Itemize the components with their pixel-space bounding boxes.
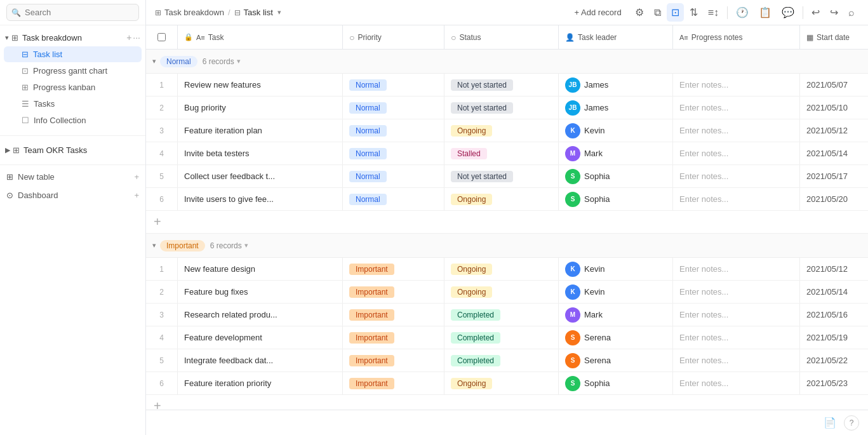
notes-cell[interactable]: Enter notes... xyxy=(673,372,800,394)
select-all-checkbox[interactable] xyxy=(157,33,166,41)
status-cell[interactable]: Completed xyxy=(444,349,559,371)
more-icon[interactable]: ··· xyxy=(133,32,140,43)
status-cell[interactable]: Completed xyxy=(444,304,559,326)
add-icon[interactable]: + xyxy=(126,32,131,43)
breadcrumb-main[interactable]: ⊞ Task breakdown xyxy=(155,8,224,17)
task-cell[interactable]: Research related produ... xyxy=(178,304,343,326)
table-row[interactable]: 1 New feature design Important Ongoing K… xyxy=(146,258,868,281)
notes-cell[interactable]: Enter notes... xyxy=(673,97,800,119)
task-cell[interactable]: Invite beta testers xyxy=(178,142,343,164)
notes-cell[interactable]: Enter notes... xyxy=(673,349,800,371)
leader-cell[interactable]: JB James xyxy=(559,97,673,119)
priority-cell[interactable]: Important xyxy=(343,281,444,303)
add-new-table-icon[interactable]: + xyxy=(134,172,139,182)
reminder-button[interactable]: 🕐 xyxy=(731,3,753,22)
breadcrumb-sub[interactable]: ⊟ Task list ▾ xyxy=(234,8,281,17)
priority-cell[interactable]: Normal xyxy=(343,119,444,142)
leader-cell[interactable]: S Sophia xyxy=(559,165,673,187)
comment-button[interactable]: 📋 xyxy=(754,3,776,22)
row-height-button[interactable]: ≡↕ xyxy=(704,4,723,22)
notes-cell[interactable]: Enter notes... xyxy=(673,74,800,96)
new-table-item[interactable]: ⊞ New table + xyxy=(0,168,145,186)
notes-cell[interactable]: Enter notes... xyxy=(673,304,800,326)
notes-cell[interactable]: Enter notes... xyxy=(673,119,800,142)
leader-cell[interactable]: K Kevin xyxy=(559,119,673,142)
priority-cell[interactable]: Normal xyxy=(343,165,444,187)
leader-cell[interactable]: S Serena xyxy=(559,326,673,349)
status-cell[interactable]: Not yet started xyxy=(444,165,559,187)
task-cell[interactable]: Feature bug fixes xyxy=(178,281,343,303)
table-row[interactable]: 1 Review new features Normal Not yet sta… xyxy=(146,74,868,97)
task-cell[interactable]: Collect user feedback t... xyxy=(178,165,343,187)
notes-cell[interactable]: Enter notes... xyxy=(673,281,800,303)
chevron-down-icon[interactable]: ▾ xyxy=(244,241,248,250)
table-row[interactable]: 4 Feature development Important Complete… xyxy=(146,326,868,349)
doc-button[interactable]: 📄 xyxy=(821,414,839,431)
leader-cell[interactable]: S Serena xyxy=(559,349,673,371)
table-row[interactable]: 3 Research related produ... Important Co… xyxy=(146,304,868,326)
status-cell[interactable]: Ongoing xyxy=(444,119,559,142)
leader-cell[interactable]: K Kevin xyxy=(559,281,673,303)
task-cell[interactable]: Feature development xyxy=(178,326,343,349)
undo-button[interactable]: ↩ xyxy=(807,3,824,22)
task-cell[interactable]: Bug priority xyxy=(178,97,343,119)
table-row[interactable]: 5 Collect user feedback t... Normal Not … xyxy=(146,165,868,188)
notes-cell[interactable]: Enter notes... xyxy=(673,326,800,349)
notes-cell[interactable]: Enter notes... xyxy=(673,142,800,164)
group-toggle-icon[interactable]: ▾ xyxy=(152,241,156,250)
sidebar-item-progress-gantt[interactable]: ⊡ Progress gantt chart xyxy=(4,63,142,79)
priority-cell[interactable]: Important xyxy=(343,258,444,280)
team-okr-group-header[interactable]: ▶ ⊞ Team OKR Tasks xyxy=(0,142,145,158)
redo-button[interactable]: ↪ xyxy=(825,3,843,22)
group-toggle-icon[interactable]: ▾ xyxy=(152,57,156,65)
table-row[interactable]: 4 Invite beta testers Normal Stalled M M… xyxy=(146,142,868,165)
priority-cell[interactable]: Normal xyxy=(343,142,444,164)
add-row-button[interactable]: + xyxy=(146,211,868,234)
sidebar-item-info-collection[interactable]: ☐ Info Collection xyxy=(4,112,142,128)
task-breakdown-group-header[interactable]: ▾ ⊞ Task breakdown + ··· xyxy=(0,29,145,46)
table-row[interactable]: 3 Feature iteration plan Normal Ongoing … xyxy=(146,119,868,142)
task-cell[interactable]: Feature iteration priority xyxy=(178,372,343,394)
leader-cell[interactable]: JB James xyxy=(559,74,673,96)
task-cell[interactable]: Integrate feedback dat... xyxy=(178,349,343,371)
add-row-button[interactable]: + xyxy=(146,395,868,410)
priority-cell[interactable]: Important xyxy=(343,349,444,371)
notes-cell[interactable]: Enter notes... xyxy=(673,188,800,210)
priority-cell[interactable]: Important xyxy=(343,326,444,349)
notes-cell[interactable]: Enter notes... xyxy=(673,258,800,280)
sort-button[interactable]: ⇅ xyxy=(685,3,702,22)
table-row[interactable]: 6 Invite users to give fee... Normal Ong… xyxy=(146,188,868,211)
leader-cell[interactable]: M Mark xyxy=(559,304,673,326)
leader-cell[interactable]: K Kevin xyxy=(559,258,673,280)
task-cell[interactable]: New feature design xyxy=(178,258,343,280)
settings-button[interactable]: ⚙ xyxy=(631,3,648,22)
priority-cell[interactable]: Important xyxy=(343,304,444,326)
search-records-button[interactable]: ⌕ xyxy=(844,4,859,22)
table-row[interactable]: 6 Feature iteration priority Important O… xyxy=(146,372,868,395)
status-cell[interactable]: Not yet started xyxy=(444,74,559,96)
priority-cell[interactable]: Normal xyxy=(343,74,444,96)
task-cell[interactable]: Feature iteration plan xyxy=(178,119,343,142)
leader-cell[interactable]: S Sophia xyxy=(559,188,673,210)
status-cell[interactable]: Ongoing xyxy=(444,372,559,394)
dashboard-item[interactable]: ⊙ Dashboard + xyxy=(0,186,145,204)
status-cell[interactable]: Completed xyxy=(444,326,559,349)
help-button[interactable]: ? xyxy=(844,415,859,431)
status-cell[interactable]: Stalled xyxy=(444,142,559,164)
sidebar-item-progress-kanban[interactable]: ⊞ Progress kanban xyxy=(4,79,142,95)
group-header-important[interactable]: ▾ Important 6 records ▾ xyxy=(146,234,868,258)
search-input[interactable] xyxy=(6,4,139,21)
task-cell[interactable]: Invite users to give fee... xyxy=(178,188,343,210)
add-record-button[interactable]: + Add record xyxy=(570,5,627,20)
table-row[interactable]: 5 Integrate feedback dat... Important Co… xyxy=(146,349,868,372)
group-header-normal[interactable]: ▾ Normal 6 records ▾ xyxy=(146,50,868,74)
leader-cell[interactable]: M Mark xyxy=(559,142,673,164)
status-cell[interactable]: Not yet started xyxy=(444,97,559,119)
notes-cell[interactable]: Enter notes... xyxy=(673,165,800,187)
sidebar-item-task-list[interactable]: ⊟ Task list ··· xyxy=(4,46,142,62)
priority-cell[interactable]: Normal xyxy=(343,188,444,210)
chevron-down-icon[interactable]: ▾ xyxy=(237,57,241,65)
table-row[interactable]: 2 Bug priority Normal Not yet started JB… xyxy=(146,97,868,119)
status-cell[interactable]: Ongoing xyxy=(444,281,559,303)
sidebar-item-tasks[interactable]: ☰ Tasks xyxy=(4,96,142,112)
